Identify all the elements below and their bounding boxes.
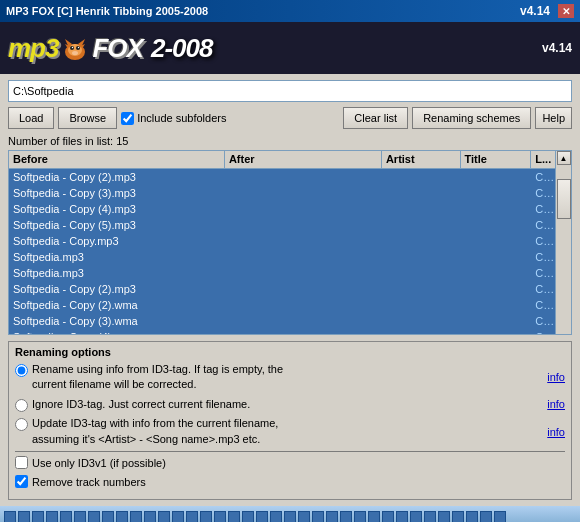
scrollbar-up-button[interactable]: ▲	[557, 151, 571, 165]
cell-title	[461, 272, 532, 274]
rename-option-1-info[interactable]: info	[539, 371, 565, 383]
cell-after	[225, 208, 382, 210]
cell-title	[461, 288, 532, 290]
table-row[interactable]: Softpedia - Copy (3).mp3 C...	[9, 185, 555, 201]
include-subfolders-label[interactable]: Include subfolders	[121, 112, 226, 125]
option-row-2: Ignore ID3-tag. Just correct current fil…	[15, 397, 565, 412]
progress-dot	[326, 511, 338, 522]
rename-option-3-info[interactable]: info	[539, 426, 565, 438]
cell-title	[461, 304, 532, 306]
progress-dot	[186, 511, 198, 522]
cell-artist	[382, 256, 461, 258]
cell-title	[461, 176, 532, 178]
load-button[interactable]: Load	[8, 107, 54, 129]
progress-dot	[116, 511, 128, 522]
cell-after	[225, 256, 382, 258]
cell-before: Softpedia - Copy (2).mp3	[9, 282, 225, 296]
cell-artist	[382, 208, 461, 210]
cell-after	[225, 176, 382, 178]
logo-bar: mp3 FOX 2-008 v4.14	[0, 22, 580, 74]
progress-dot	[228, 511, 240, 522]
cell-after	[225, 192, 382, 194]
cell-l: C...	[531, 282, 555, 296]
cell-after	[225, 272, 382, 274]
file-list-header: Before After Artist Title L...	[9, 151, 555, 169]
scrollbar-thumb[interactable]	[557, 179, 571, 219]
cell-before: Softpedia - Copy (4).wma	[9, 330, 225, 335]
table-row[interactable]: Softpedia - Copy (4).mp3 C...	[9, 201, 555, 217]
cell-title	[461, 320, 532, 322]
progress-dot	[88, 511, 100, 522]
progress-dot	[242, 511, 254, 522]
table-row[interactable]: Softpedia - Copy (2).wma C...	[9, 297, 555, 313]
rename-option-2-info[interactable]: info	[539, 398, 565, 410]
progress-dot	[354, 511, 366, 522]
cell-before: Softpedia - Copy (4).mp3	[9, 202, 225, 216]
options-separator	[15, 451, 565, 452]
progress-dot	[130, 511, 142, 522]
progress-dot	[396, 511, 408, 522]
progress-dot	[74, 511, 86, 522]
table-row[interactable]: Softpedia.mp3 C...	[9, 265, 555, 281]
progress-dot	[144, 511, 156, 522]
rename-option-3-text: Update ID3-tag with info from the curren…	[32, 416, 278, 447]
logo-text: mp3 FOX	[8, 33, 143, 64]
cell-artist	[382, 288, 461, 290]
cell-l: C...	[531, 234, 555, 248]
svg-point-8	[72, 51, 78, 55]
remove-track-numbers-checkbox[interactable]	[15, 475, 28, 488]
progress-dot	[424, 511, 436, 522]
progress-dot	[46, 511, 58, 522]
progress-dot	[32, 511, 44, 522]
browse-button[interactable]: Browse	[58, 107, 117, 129]
cell-artist	[382, 240, 461, 242]
use-id3v1-checkbox[interactable]	[15, 456, 28, 469]
col-before-header: Before	[9, 151, 225, 168]
table-row[interactable]: Softpedia - Copy (2).mp3 C...	[9, 169, 555, 185]
version-label: v4.14	[520, 4, 550, 18]
col-title-header: Title	[461, 151, 532, 168]
table-row[interactable]: Softpedia - Copy (2).mp3 C...	[9, 281, 555, 297]
table-row[interactable]: Softpedia.mp3 C...	[9, 249, 555, 265]
col-after-header: After	[225, 151, 382, 168]
table-row[interactable]: Softpedia - Copy (5).mp3 C...	[9, 217, 555, 233]
progress-dot	[18, 511, 30, 522]
progress-dot	[480, 511, 492, 522]
progress-dot	[158, 511, 170, 522]
cell-artist	[382, 272, 461, 274]
progress-dot	[410, 511, 422, 522]
rename-option-1-radio[interactable]	[15, 364, 28, 377]
progress-dot	[4, 511, 16, 522]
cell-l: C...	[531, 218, 555, 232]
close-button[interactable]: ✕	[558, 4, 574, 18]
progress-dot	[256, 511, 268, 522]
svg-point-6	[72, 47, 73, 48]
progress-dot	[284, 511, 296, 522]
path-input[interactable]	[8, 80, 572, 102]
cell-l: C...	[531, 314, 555, 328]
rename-option-3-radio[interactable]	[15, 418, 28, 431]
rename-option-2-radio[interactable]	[15, 399, 28, 412]
cell-title	[461, 256, 532, 258]
cell-artist	[382, 224, 461, 226]
clear-list-button[interactable]: Clear list	[343, 107, 408, 129]
table-row[interactable]: Softpedia - Copy (3).wma C...	[9, 313, 555, 329]
include-subfolders-checkbox[interactable]	[121, 112, 134, 125]
cell-after	[225, 224, 382, 226]
cell-after	[225, 288, 382, 290]
remove-track-numbers-text: Remove track numbers	[32, 475, 146, 490]
toolbar-row: Load Browse Include subfolders Clear lis…	[8, 107, 572, 129]
option-row-1: Rename using info from ID3-tag. If tag i…	[15, 362, 565, 393]
svg-point-7	[78, 47, 79, 48]
scrollbar-vertical[interactable]: ▲ ▼	[555, 151, 571, 335]
file-list-scroll[interactable]: Softpedia - Copy (2).mp3 C... Softpedia …	[9, 169, 555, 335]
renaming-schemes-button[interactable]: Renaming schemes	[412, 107, 531, 129]
help-button[interactable]: Help	[535, 107, 572, 129]
rename-option-1-text: Rename using info from ID3-tag. If tag i…	[32, 362, 283, 393]
renaming-section: Renaming options Rename using info from …	[8, 341, 572, 500]
table-row[interactable]: Softpedia - Copy (4).wma C...	[9, 329, 555, 335]
cell-l: C...	[531, 250, 555, 264]
progress-dot	[382, 511, 394, 522]
cell-title	[461, 224, 532, 226]
table-row[interactable]: Softpedia - Copy.mp3 C...	[9, 233, 555, 249]
